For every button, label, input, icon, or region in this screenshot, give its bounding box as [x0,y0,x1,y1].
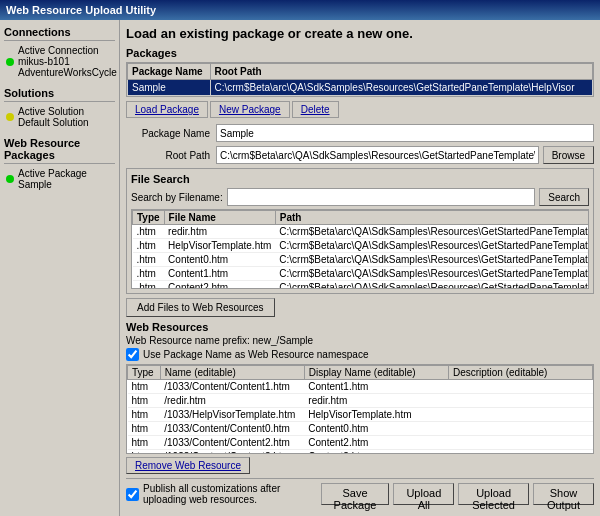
webres-name-cell[interactable] [160,422,304,436]
save-package-button[interactable]: Save Package [321,483,390,505]
webres-desc-cell[interactable] [448,408,592,422]
webres-desc-cell[interactable] [448,394,592,408]
namespace-checkbox[interactable] [126,348,139,361]
table-row[interactable]: SampleC:\crm$Beta\arc\QA\SdkSamples\Reso… [128,80,593,96]
package-status-icon [6,175,14,183]
webres-display-cell[interactable] [304,436,448,450]
page-title: Load an existing package or create a new… [126,26,594,41]
publish-check-label: Publish all customizations after uploadi… [143,483,321,505]
sidebar-item-connection[interactable]: Active Connection mikus-b101 AdventureWo… [4,44,115,79]
connections-title: Connections [4,24,115,41]
connection-name: mikus-b101 [18,56,117,67]
search-button[interactable]: Search [539,188,589,206]
list-item[interactable]: .htmContent1.htmC:\crm$Beta\arc\QA\SdkSa… [133,267,590,281]
search-row: Search by Filename: Search [131,188,589,206]
webres-col-type: Type [128,366,161,380]
list-item[interactable]: htm [128,394,593,408]
web-res-prefix: Web Resource name prefix: new_/Sample [126,335,594,346]
webres-desc-cell[interactable] [448,380,592,394]
footer-section: Publish all customizations after uploadi… [126,478,594,505]
packages-label: Packages [126,47,594,59]
webres-name-cell[interactable] [160,436,304,450]
namespace-checkbox-row: Use Package Name as Web Resource namespa… [126,348,594,361]
web-res-title: Web Resources [126,321,594,333]
list-item[interactable]: .htmHelpVisorTemplate.htmC:\crm$Beta\arc… [133,239,590,253]
web-resource-title: Web Resource Packages [4,135,115,164]
list-item[interactable]: htm [128,450,593,455]
solution-status-icon [6,113,14,121]
webres-name-cell[interactable] [160,380,304,394]
webres-name-cell[interactable] [160,394,304,408]
web-resource-section: Web Resource Packages Active Package Sam… [4,135,115,191]
load-package-button[interactable]: Load Package [126,101,208,118]
file-type-cell: .htm [133,253,165,267]
webres-type-cell: htm [128,450,161,455]
file-path-cell: C:\crm$Beta\arc\QA\SdkSamples\Resources\… [275,281,589,290]
footer-buttons: Save Package Upload All Upload Selected … [321,483,594,505]
file-name-cell: Content1.htm [164,267,275,281]
package-name-row: Package Name [126,124,594,142]
filelist-col-name: File Name [164,211,275,225]
webres-name-cell[interactable] [160,408,304,422]
webres-desc-cell[interactable] [448,450,592,455]
filelist-col-path: Path [275,211,589,225]
sidebar-item-solution[interactable]: Active Solution Default Solution [4,105,115,129]
root-path-row: Root Path Browse [126,146,594,164]
webres-display-cell[interactable] [304,380,448,394]
webres-desc-cell[interactable] [448,422,592,436]
connections-section: Connections Active Connection mikus-b101… [4,24,115,79]
list-item[interactable]: htm [128,408,593,422]
file-path-cell: C:\crm$Beta\arc\QA\SdkSamples\Resources\… [275,253,589,267]
packages-table-container: Package Name Root Path SampleC:\crm$Beta… [126,62,594,97]
list-item[interactable]: htm [128,436,593,450]
list-item[interactable]: .htmContent0.htmC:\crm$Beta\arc\QA\SdkSa… [133,253,590,267]
list-item[interactable]: htm [128,380,593,394]
list-item[interactable]: .htmredir.htmC:\crm$Beta\arc\QA\SdkSampl… [133,225,590,239]
sidebar-package-name: Sample [18,179,87,190]
active-solution-label: Active Solution [18,106,89,117]
packages-col-name: Package Name [128,64,211,80]
upload-selected-button[interactable]: Upload Selected [458,483,529,505]
title-bar: Web Resource Upload Utility [0,0,600,20]
webres-col-display: Display Name (editable) [304,366,448,380]
browse-button[interactable]: Browse [543,146,594,164]
file-list-table: Type File Name Path .htmredir.htmC:\crm$… [132,210,589,289]
package-name-input[interactable] [216,124,594,142]
remove-web-resource-button[interactable]: Remove Web Resource [126,457,250,474]
add-files-button[interactable]: Add Files to Web Resources [126,298,275,317]
file-path-cell: C:\crm$Beta\arc\QA\SdkSamples\Resources\… [275,239,589,253]
file-path-cell: C:\crm$Beta\arc\QA\SdkSamples\Resources\… [275,267,589,281]
pkg-name-cell: Sample [128,80,211,96]
root-path-input[interactable] [216,146,539,164]
file-search-section: File Search Search by Filename: Search T… [126,168,594,294]
connection-status-icon [6,58,14,66]
webres-display-cell[interactable] [304,422,448,436]
namespace-checkbox-label: Use Package Name as Web Resource namespa… [143,349,368,360]
list-item[interactable]: htm [128,422,593,436]
webres-display-cell[interactable] [304,408,448,422]
search-input[interactable] [227,188,536,206]
file-name-cell: HelpVisorTemplate.htm [164,239,275,253]
solutions-title: Solutions [4,85,115,102]
web-res-table-container: Type Name (editable) Display Name (edita… [126,364,594,454]
show-output-button[interactable]: Show Output [533,483,594,505]
delete-button[interactable]: Delete [292,101,339,118]
sidebar-item-package[interactable]: Active Package Sample [4,167,115,191]
file-list-container: Type File Name Path .htmredir.htmC:\crm$… [131,209,589,289]
webres-type-cell: htm [128,436,161,450]
solution-name: Default Solution [18,117,89,128]
webres-desc-cell[interactable] [448,436,592,450]
new-package-button[interactable]: New Package [210,101,290,118]
publish-checkbox[interactable] [126,488,139,501]
package-name-label: Package Name [126,128,216,139]
webres-display-cell[interactable] [304,394,448,408]
webres-name-cell[interactable] [160,450,304,455]
list-item[interactable]: .htmContent2.htmC:\crm$Beta\arc\QA\SdkSa… [133,281,590,290]
file-type-cell: .htm [133,239,165,253]
webres-col-desc: Description (editable) [448,366,592,380]
main-content: Load an existing package or create a new… [120,20,600,516]
webres-col-name: Name (editable) [160,366,304,380]
webres-display-cell[interactable] [304,450,448,455]
upload-all-button[interactable]: Upload All [393,483,454,505]
search-by-filename-label: Search by Filename: [131,192,223,203]
